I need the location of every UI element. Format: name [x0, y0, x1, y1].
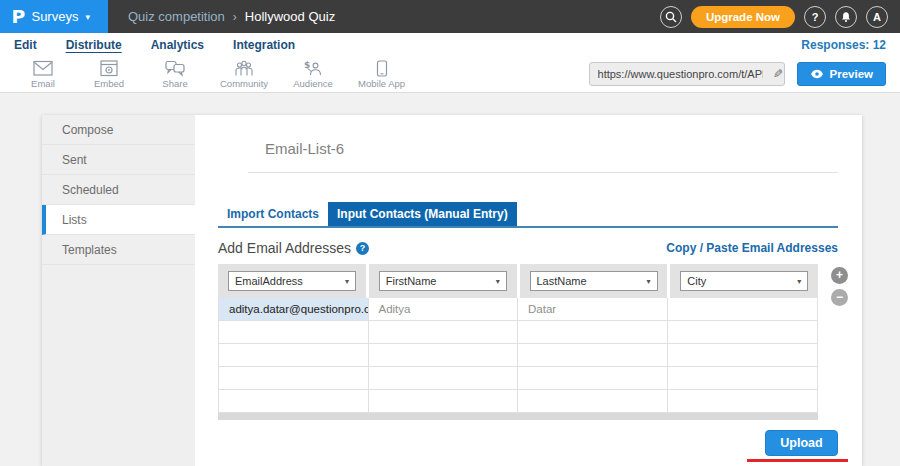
distribute-toolbar: Email Embed Share Community $ Audience	[0, 56, 900, 93]
list-content: Email-List-6 Import Contacts Input Conta…	[195, 115, 862, 466]
cell-lastname[interactable]	[518, 321, 668, 344]
chevron-down-icon: ▾	[85, 12, 90, 22]
column-select-value: City	[687, 275, 706, 287]
dropdown-arrow-icon: ▾	[797, 277, 801, 286]
cell-firstname[interactable]	[369, 344, 519, 367]
breadcrumb-separator: ›	[233, 10, 237, 24]
title-divider	[248, 172, 838, 173]
header-actions: Upgrade Now ? A	[660, 6, 900, 28]
notifications-bell-icon[interactable]	[835, 6, 857, 28]
cell-firstname[interactable]	[369, 367, 519, 390]
nav-item-edit[interactable]: Edit	[14, 38, 37, 52]
tab-input-contacts-manual-entry[interactable]: Input Contacts (Manual Entry)	[328, 202, 517, 226]
community-icon	[233, 60, 255, 77]
dropdown-arrow-icon: ▾	[646, 277, 650, 286]
add-email-addresses-title: Add Email Addresses	[218, 240, 351, 256]
cell-firstname[interactable]: Aditya	[369, 298, 519, 321]
toolbar-right: ✎ Preview	[589, 62, 900, 86]
horizontal-scrollbar[interactable]	[218, 413, 818, 420]
toolbar-item-label: Community	[220, 78, 268, 89]
toolbar-item-community[interactable]: Community	[220, 60, 268, 89]
audience-icon: $	[302, 60, 324, 77]
cell-lastname[interactable]: Datar	[518, 298, 668, 321]
breadcrumb: Quiz competition › Hollywood Quiz	[128, 9, 335, 24]
cell-city[interactable]	[668, 321, 818, 344]
cell-lastname[interactable]	[518, 390, 668, 413]
column-header-cell: LastName ▾	[520, 264, 668, 298]
nav-item-distribute[interactable]: Distribute	[66, 38, 122, 52]
eye-icon	[810, 69, 824, 79]
mobile-app-icon	[376, 60, 388, 77]
survey-url-box: ✎	[589, 62, 785, 86]
table-row	[219, 390, 817, 413]
toolbar-item-label: Audience	[293, 78, 333, 89]
breadcrumb-current: Hollywood Quiz	[245, 9, 335, 24]
toolbar-item-share[interactable]: Share	[154, 60, 196, 89]
email-lists-card: Compose Sent Scheduled Lists Templates E…	[42, 115, 862, 466]
avatar[interactable]: A	[866, 6, 888, 28]
column-select-city[interactable]: City ▾	[680, 271, 808, 291]
column-select-lastname[interactable]: LastName ▾	[530, 271, 658, 291]
cell-email[interactable]: aditya.datar@questionpro.com	[219, 298, 369, 321]
sidebar-item-sent[interactable]: Sent	[42, 145, 195, 175]
cell-city[interactable]	[668, 390, 818, 413]
edit-url-pencil-icon[interactable]: ✎	[767, 67, 783, 81]
survey-url-input[interactable]	[590, 68, 768, 80]
dropdown-arrow-icon: ▾	[345, 277, 349, 286]
add-addresses-header: Add Email Addresses ? Copy / Paste Email…	[218, 240, 838, 256]
contacts-table-header: EmailAddress ▾ FirstName ▾ LastName ▾	[218, 264, 818, 298]
survey-nav: Edit Distribute Analytics Integration Re…	[0, 33, 900, 56]
sidebar-item-scheduled[interactable]: Scheduled	[42, 175, 195, 205]
cell-lastname[interactable]	[518, 367, 668, 390]
column-select-firstname[interactable]: FirstName ▾	[379, 271, 507, 291]
nav-item-analytics[interactable]: Analytics	[151, 38, 204, 52]
table-row	[219, 321, 817, 344]
tab-import-contacts[interactable]: Import Contacts	[218, 202, 328, 226]
surveys-menu[interactable]: P Surveys ▾	[0, 0, 108, 33]
sidebar-item-compose[interactable]: Compose	[42, 115, 195, 145]
cell-email[interactable]	[219, 367, 369, 390]
column-header-cell: City ▾	[670, 264, 818, 298]
cell-email[interactable]	[219, 321, 369, 344]
responses-count[interactable]: Responses: 12	[801, 38, 886, 52]
page-title: Email-List-6	[265, 140, 838, 157]
sidebar-item-lists[interactable]: Lists	[42, 205, 195, 235]
share-icon	[164, 60, 186, 77]
embed-icon	[99, 60, 119, 77]
contacts-tabs: Import Contacts Input Contacts (Manual E…	[218, 202, 838, 228]
column-select-emailaddress[interactable]: EmailAddress ▾	[228, 271, 356, 291]
contacts-table: EmailAddress ▾ FirstName ▾ LastName ▾	[218, 264, 818, 420]
cell-email[interactable]	[219, 390, 369, 413]
add-row-button[interactable]: +	[831, 267, 848, 284]
remove-row-button[interactable]: −	[831, 289, 848, 306]
table-row: aditya.datar@questionpro.com Aditya Data…	[219, 298, 817, 321]
toolbar-item-audience[interactable]: $ Audience	[292, 60, 334, 89]
toolbar-item-embed[interactable]: Embed	[88, 60, 130, 89]
breadcrumb-parent[interactable]: Quiz competition	[128, 9, 225, 24]
questionpro-logo-icon: P	[11, 7, 25, 27]
cell-lastname[interactable]	[518, 344, 668, 367]
help-tooltip-icon[interactable]: ?	[356, 242, 369, 255]
cell-email[interactable]	[219, 344, 369, 367]
email-sidebar: Compose Sent Scheduled Lists Templates	[42, 115, 195, 466]
contacts-table-body: aditya.datar@questionpro.com Aditya Data…	[218, 298, 818, 413]
upload-button[interactable]: Upload	[765, 430, 838, 456]
table-row	[219, 367, 817, 390]
cell-firstname[interactable]	[369, 390, 519, 413]
sidebar-item-templates[interactable]: Templates	[42, 235, 195, 265]
upgrade-now-button[interactable]: Upgrade Now	[691, 6, 795, 28]
nav-item-integration[interactable]: Integration	[233, 38, 295, 52]
cell-city[interactable]	[668, 298, 818, 321]
toolbar-item-mobile-app[interactable]: Mobile App	[358, 60, 405, 89]
toolbar-items: Email Embed Share Community $ Audience	[0, 60, 405, 89]
preview-button[interactable]: Preview	[797, 62, 886, 86]
preview-button-label: Preview	[830, 68, 873, 80]
cell-city[interactable]	[668, 344, 818, 367]
cell-city[interactable]	[668, 367, 818, 390]
search-icon[interactable]	[660, 6, 682, 28]
surveys-menu-label: Surveys	[31, 9, 78, 24]
cell-firstname[interactable]	[369, 321, 519, 344]
help-icon[interactable]: ?	[804, 6, 826, 28]
copy-paste-email-addresses-link[interactable]: Copy / Paste Email Addresses	[666, 241, 838, 255]
toolbar-item-email[interactable]: Email	[22, 60, 64, 89]
